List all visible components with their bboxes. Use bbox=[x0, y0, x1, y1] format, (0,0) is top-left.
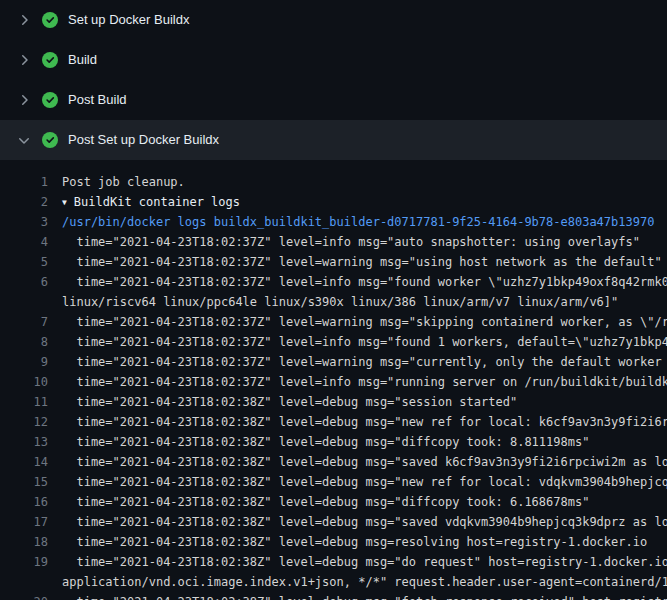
log-text-content: time="2021-04-23T18:02:38Z" level=debug … bbox=[62, 555, 667, 569]
line-number[interactable]: 1 bbox=[0, 172, 48, 192]
section-header-set-up-docker-buildx[interactable]: Set up Docker Buildx bbox=[0, 0, 667, 40]
log-text-content: time="2021-04-23T18:02:37Z" level=warnin… bbox=[62, 255, 662, 269]
log-text-content: application/vnd.oci.image.index.v1+json,… bbox=[62, 575, 667, 589]
line-number[interactable]: 4 bbox=[0, 232, 48, 252]
line-number[interactable]: 9 bbox=[0, 352, 48, 372]
log-text-content: time="2021-04-23T18:02:38Z" level=debug … bbox=[62, 395, 517, 409]
log-text-content: time="2021-04-23T18:02:38Z" level=debug … bbox=[62, 495, 589, 509]
log-row: 17 time="2021-04-23T18:02:38Z" level=deb… bbox=[0, 512, 667, 532]
line-number[interactable]: 12 bbox=[0, 412, 48, 432]
log-row: 3/usr/bin/docker logs buildx_buildkit_bu… bbox=[0, 212, 667, 232]
log-text: time="2021-04-23T18:02:38Z" level=debug … bbox=[48, 472, 667, 492]
line-number[interactable]: 11 bbox=[0, 392, 48, 412]
job-steps-list: Set up Docker Buildx Build Post Build bbox=[0, 0, 667, 160]
log-row: 6 time="2021-04-23T18:02:37Z" level=info… bbox=[0, 272, 667, 292]
line-number[interactable]: 20 bbox=[0, 592, 48, 600]
section-title: Set up Docker Buildx bbox=[68, 12, 189, 28]
log-text: Post job cleanup. bbox=[48, 172, 185, 192]
chevron-right-icon bbox=[16, 92, 32, 108]
log-text: time="2021-04-23T18:02:37Z" level=info m… bbox=[48, 332, 667, 352]
log-row: linux/riscv64 linux/ppc64le linux/s390x … bbox=[0, 292, 667, 312]
log-row: 14 time="2021-04-23T18:02:38Z" level=deb… bbox=[0, 452, 667, 472]
log-text-content: time="2021-04-23T18:02:38Z" level=debug … bbox=[62, 435, 589, 449]
log-text-content: time="2021-04-23T18:02:37Z" level=warnin… bbox=[62, 315, 667, 329]
log-text-content: time="2021-04-23T18:02:38Z" level=debug … bbox=[62, 595, 667, 600]
line-number bbox=[0, 292, 48, 312]
log-group-row[interactable]: 2▼BuildKit container logs bbox=[0, 192, 667, 212]
section-title: Post Set up Docker Buildx bbox=[68, 132, 219, 148]
line-number bbox=[0, 572, 48, 592]
log-row: 11 time="2021-04-23T18:02:38Z" level=deb… bbox=[0, 392, 667, 412]
log-row: 18 time="2021-04-23T18:02:38Z" level=deb… bbox=[0, 532, 667, 552]
success-check-icon bbox=[42, 132, 58, 148]
log-text: time="2021-04-23T18:02:37Z" level=info m… bbox=[48, 372, 667, 392]
section-header-post-set-up-docker-buildx[interactable]: Post Set up Docker Buildx bbox=[0, 120, 667, 160]
chevron-right-icon bbox=[16, 12, 32, 28]
line-number[interactable]: 5 bbox=[0, 252, 48, 272]
log-row: 12 time="2021-04-23T18:02:38Z" level=deb… bbox=[0, 412, 667, 432]
log-row: 19 time="2021-04-23T18:02:38Z" level=deb… bbox=[0, 552, 667, 572]
log-text: time="2021-04-23T18:02:37Z" level=warnin… bbox=[48, 312, 667, 332]
log-text: application/vnd.oci.image.index.v1+json,… bbox=[48, 572, 667, 592]
log-text: time="2021-04-23T18:02:38Z" level=debug … bbox=[48, 512, 667, 532]
line-number[interactable]: 6 bbox=[0, 272, 48, 292]
line-number[interactable]: 16 bbox=[0, 492, 48, 512]
log-text: time="2021-04-23T18:02:38Z" level=debug … bbox=[48, 432, 589, 452]
log-text: time="2021-04-23T18:02:37Z" level=warnin… bbox=[48, 352, 667, 372]
group-expand-caret-icon[interactable]: ▼ bbox=[62, 193, 67, 212]
log-text: time="2021-04-23T18:02:37Z" level=warnin… bbox=[48, 252, 662, 272]
success-check-icon bbox=[42, 92, 58, 108]
log-text-content: BuildKit container logs bbox=[74, 195, 240, 209]
log-text: time="2021-04-23T18:02:38Z" level=debug … bbox=[48, 492, 589, 512]
log-text-content: time="2021-04-23T18:02:38Z" level=debug … bbox=[62, 475, 667, 489]
section-header-post-build[interactable]: Post Build bbox=[0, 80, 667, 120]
log-text: ▼BuildKit container logs bbox=[48, 192, 240, 212]
log-row: application/vnd.oci.image.index.v1+json,… bbox=[0, 572, 667, 592]
log-text: time="2021-04-23T18:02:38Z" level=debug … bbox=[48, 552, 667, 572]
log-text: /usr/bin/docker logs buildx_buildkit_bui… bbox=[48, 212, 654, 232]
line-number[interactable]: 15 bbox=[0, 472, 48, 492]
log-text: time="2021-04-23T18:02:38Z" level=debug … bbox=[48, 412, 667, 432]
log-text: time="2021-04-23T18:02:37Z" level=info m… bbox=[48, 232, 640, 252]
chevron-down-icon bbox=[16, 132, 32, 148]
line-number[interactable]: 2 bbox=[0, 192, 48, 212]
line-number[interactable]: 18 bbox=[0, 532, 48, 552]
log-row: 7 time="2021-04-23T18:02:37Z" level=warn… bbox=[0, 312, 667, 332]
log-text-content: time="2021-04-23T18:02:37Z" level=warnin… bbox=[62, 355, 667, 369]
log-text-content: time="2021-04-23T18:02:37Z" level=info m… bbox=[62, 375, 667, 389]
section-title: Build bbox=[68, 52, 97, 68]
section-header-build[interactable]: Build bbox=[0, 40, 667, 80]
line-number[interactable]: 17 bbox=[0, 512, 48, 532]
log-row: 16 time="2021-04-23T18:02:38Z" level=deb… bbox=[0, 492, 667, 512]
log-text: time="2021-04-23T18:02:38Z" level=debug … bbox=[48, 392, 517, 412]
log-row: 20 time="2021-04-23T18:02:38Z" level=deb… bbox=[0, 592, 667, 600]
log-text-content: time="2021-04-23T18:02:38Z" level=debug … bbox=[62, 515, 667, 529]
success-check-icon bbox=[42, 12, 58, 28]
log-text-content: time="2021-04-23T18:02:38Z" level=debug … bbox=[62, 455, 667, 469]
line-number[interactable]: 14 bbox=[0, 452, 48, 472]
log-text-content: time="2021-04-23T18:02:38Z" level=debug … bbox=[62, 415, 667, 429]
log-text-content: time="2021-04-23T18:02:37Z" level=info m… bbox=[62, 235, 640, 249]
line-number[interactable]: 19 bbox=[0, 552, 48, 572]
line-number[interactable]: 10 bbox=[0, 372, 48, 392]
log-row: 15 time="2021-04-23T18:02:38Z" level=deb… bbox=[0, 472, 667, 492]
log-text-content: time="2021-04-23T18:02:37Z" level=info m… bbox=[62, 335, 667, 349]
line-number[interactable]: 3 bbox=[0, 212, 48, 232]
log-text: time="2021-04-23T18:02:38Z" level=debug … bbox=[48, 452, 667, 472]
line-number[interactable]: 8 bbox=[0, 332, 48, 352]
log-lines: 1Post job cleanup.2▼BuildKit container l… bbox=[0, 160, 667, 600]
line-number[interactable]: 13 bbox=[0, 432, 48, 452]
log-text-content: time="2021-04-23T18:02:38Z" level=debug … bbox=[62, 535, 647, 549]
success-check-icon bbox=[42, 52, 58, 68]
section-title: Post Build bbox=[68, 92, 127, 108]
line-number[interactable]: 7 bbox=[0, 312, 48, 332]
chevron-right-icon bbox=[16, 52, 32, 68]
log-row: 4 time="2021-04-23T18:02:37Z" level=info… bbox=[0, 232, 667, 252]
log-row: 9 time="2021-04-23T18:02:37Z" level=warn… bbox=[0, 352, 667, 372]
workflow-log-viewer: Set up Docker Buildx Build Post Build bbox=[0, 0, 667, 600]
log-row: 1Post job cleanup. bbox=[0, 172, 667, 192]
log-row: 5 time="2021-04-23T18:02:37Z" level=warn… bbox=[0, 252, 667, 272]
log-row: 13 time="2021-04-23T18:02:38Z" level=deb… bbox=[0, 432, 667, 452]
log-text: time="2021-04-23T18:02:38Z" level=debug … bbox=[48, 592, 667, 600]
log-text: linux/riscv64 linux/ppc64le linux/s390x … bbox=[48, 292, 618, 312]
